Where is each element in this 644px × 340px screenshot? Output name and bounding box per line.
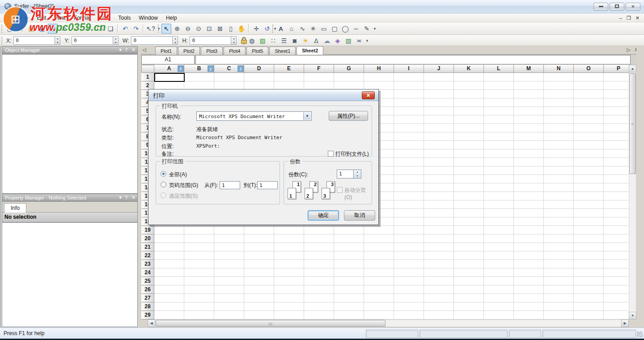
column-header[interactable]: G	[334, 65, 364, 73]
column-header[interactable]: Ax	[154, 65, 184, 73]
copies-input[interactable]: 1	[337, 170, 354, 178]
zoom-in-icon[interactable]: ⊕	[172, 24, 182, 34]
menu-help[interactable]: Help	[162, 13, 181, 22]
tab-scroll-right-icon[interactable]: ▷	[627, 47, 631, 53]
rounded-rectangle-icon[interactable]: ▢	[330, 24, 339, 34]
mdi-restore-icon[interactable]: ❐	[627, 15, 631, 21]
copy-icon[interactable]: ❐	[95, 24, 105, 34]
digitize-icon[interactable]: ≍	[354, 36, 364, 46]
toolbar-overflow-icon[interactable]: ▾	[372, 24, 377, 34]
column-header[interactable]: By	[184, 65, 214, 73]
tab-info[interactable]: Info	[4, 203, 26, 212]
cancel-button[interactable]: 取消	[344, 210, 375, 221]
undo-icon[interactable]: ↶	[120, 24, 130, 34]
cell-name-box[interactable]: A1	[141, 55, 195, 64]
vertical-scrollbar-thumb[interactable]: ≡	[629, 73, 636, 174]
export-plot-icon[interactable]: ↗	[59, 24, 68, 34]
combo-dropdown-icon[interactable]: ▼	[303, 112, 311, 120]
row-header[interactable]: 22	[141, 251, 154, 260]
print-dialog-close-icon[interactable]: ✕	[362, 91, 375, 99]
object-manager-content[interactable]	[2, 54, 138, 194]
column-header[interactable]: H	[364, 65, 394, 73]
range-selection-radio[interactable]	[161, 192, 166, 198]
menu-tools[interactable]: Tools	[114, 13, 135, 22]
spinner-arrows[interactable]: ▴▾	[55, 36, 60, 45]
spinner-arrows[interactable]: ▴▾	[113, 36, 119, 45]
shaded-relief-map-icon[interactable]: ☀	[301, 36, 310, 46]
zoom-out-icon[interactable]: ⊖	[183, 24, 193, 34]
panel-close-icon[interactable]: ✕	[131, 47, 136, 53]
horizontal-scrollbar-thumb[interactable]: |||	[156, 320, 386, 327]
whats-this-help-icon[interactable]: ↖?	[146, 24, 156, 34]
rectangle-icon[interactable]: ▭	[319, 24, 329, 34]
ellipse-icon[interactable]: ◯	[340, 24, 350, 34]
spinner-arrows[interactable]: ▴▾	[231, 36, 237, 45]
toolbar-grip[interactable]	[272, 25, 274, 33]
tab-plot5[interactable]: Plot5	[246, 47, 268, 55]
copies-spinner[interactable]: ▴▾	[354, 170, 361, 178]
toolbar-grip[interactable]	[243, 37, 245, 45]
mdi-close-icon[interactable]: ✕	[636, 15, 640, 21]
menu-view[interactable]: View	[50, 13, 70, 22]
print-to-file-checkbox[interactable]	[328, 151, 334, 157]
mdi-minimize-icon[interactable]: –	[619, 15, 622, 21]
printer-name-select[interactable]: Microsoft XPS Document Writer ▼	[196, 111, 312, 121]
import-data-icon[interactable]: ↘	[69, 24, 79, 34]
image-map-icon[interactable]: ▧	[343, 36, 353, 46]
new-plot-icon[interactable]: ▢	[5, 24, 15, 34]
row-header[interactable]: 29	[141, 311, 154, 319]
paste-icon[interactable]: ❏	[106, 24, 115, 34]
column-header[interactable]: I	[394, 65, 424, 73]
to-input[interactable]: 1	[257, 181, 278, 189]
scroll-down-icon[interactable]: ▼	[629, 312, 636, 319]
zoom-window-icon[interactable]: ⊡	[204, 24, 214, 34]
tab-sheet2[interactable]: Sheet2	[297, 46, 323, 55]
toolbar-grip[interactable]	[1, 37, 3, 45]
contour-map-icon[interactable]: ◍	[247, 36, 257, 46]
row-header[interactable]: 1	[141, 73, 154, 81]
save-icon[interactable]: ▣	[37, 24, 47, 34]
column-header[interactable]: J	[424, 65, 454, 73]
select-all-corner[interactable]	[141, 65, 154, 73]
column-header[interactable]: E	[274, 65, 304, 73]
redo-icon[interactable]: ↷	[131, 24, 141, 34]
panel-menu-icon[interactable]: ▾	[119, 195, 122, 200]
symbol-icon[interactable]: ✳	[308, 24, 318, 34]
minimize-button[interactable]	[593, 3, 608, 11]
column-header[interactable]: N	[544, 65, 574, 73]
property-manager-header[interactable]: Property Manager - Nothing Selected ▾ † …	[2, 194, 138, 202]
cut-icon[interactable]: ✂	[84, 24, 94, 34]
polygon-icon[interactable]: ⌂	[287, 24, 297, 34]
row-header[interactable]: 20	[141, 234, 154, 243]
ok-button[interactable]: 确定	[308, 210, 339, 221]
row-header[interactable]: 25	[141, 277, 154, 285]
polyline-icon[interactable]: ∿	[297, 24, 307, 34]
text-tool-icon[interactable]: A	[276, 24, 286, 34]
from-input[interactable]: 1	[220, 181, 240, 189]
menu-edit[interactable]: Edit	[33, 13, 50, 22]
row-header[interactable]: 23	[141, 260, 154, 268]
tab-plot1[interactable]: Plot1	[155, 47, 177, 55]
print-icon[interactable]: ⎙	[48, 24, 58, 34]
collate-checkbox[interactable]	[337, 187, 343, 193]
wireframe-icon[interactable]: ∆	[311, 36, 321, 46]
pointer-icon[interactable]: ↖	[161, 24, 171, 34]
column-header[interactable]: F	[304, 65, 334, 73]
toolbar-grip[interactable]	[1, 25, 3, 33]
object-manager-header[interactable]: Object Manager ▾ † ✕	[2, 46, 138, 54]
column-header[interactable]: L	[484, 65, 514, 73]
scroll-up-icon[interactable]: ▲	[629, 65, 636, 72]
row-header[interactable]: 27	[141, 294, 154, 302]
menu-file[interactable]: File	[16, 13, 33, 22]
range-all-radio[interactable]	[161, 171, 166, 177]
column-header[interactable]: D	[244, 65, 274, 73]
column-header[interactable]: P	[604, 65, 629, 73]
new-worksheet-icon[interactable]: ⊞	[16, 24, 25, 34]
row-header[interactable]: 21	[141, 243, 154, 251]
panel-close-icon[interactable]: ✕	[131, 195, 136, 200]
color-relief-map-icon[interactable]: ▨	[258, 36, 267, 46]
tab-plot3[interactable]: Plot3	[201, 47, 223, 55]
active-cell-a1[interactable]	[154, 73, 185, 82]
center-view-icon[interactable]: ✛	[251, 24, 261, 34]
properties-button[interactable]: 属性(P)...	[329, 111, 368, 121]
